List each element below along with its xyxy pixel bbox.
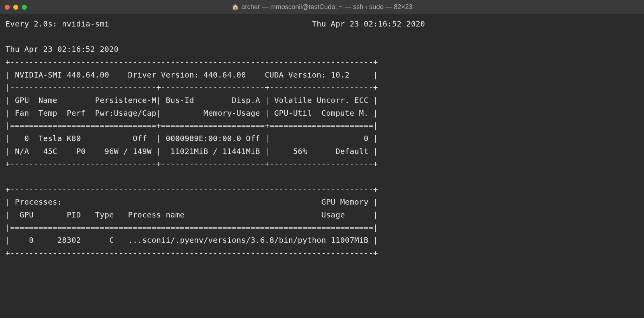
proc-row-mem: 11007MiB xyxy=(331,236,369,245)
gpu-util: 56% xyxy=(293,147,307,156)
hdr-busid: Bus-Id xyxy=(166,96,194,105)
home-icon: 🏠 xyxy=(232,4,239,11)
driver-version: 440.64.00 xyxy=(204,71,246,80)
cuda-version: 10.2 xyxy=(331,71,350,80)
gpu-pwr: 96W / 149W xyxy=(104,147,151,156)
window-titlebar: 🏠 archer — mmosconii@testCuda: ~ — ssh ‹… xyxy=(0,0,644,14)
hdr-persistence: Persistence-M xyxy=(95,96,156,105)
traffic-lights xyxy=(5,5,27,10)
driver-label: Driver Version: xyxy=(128,71,199,80)
gpu-name: Tesla K80 xyxy=(39,134,81,143)
gpu-persistence: Off xyxy=(133,134,147,143)
hdr-dispa: Disp.A xyxy=(232,96,260,105)
watch-header-right: Thu Apr 23 02:16:52 2020 xyxy=(312,19,425,28)
close-button[interactable] xyxy=(5,5,10,10)
hdr-volatile: Volatile Uncorr. ECC xyxy=(274,96,368,105)
cuda-label: CUDA Version: xyxy=(265,71,326,80)
proc-row-type: C xyxy=(109,236,114,245)
minimize-button[interactable] xyxy=(13,5,18,10)
proc-col-name: Process name xyxy=(128,210,185,219)
proc-row-pid: 28302 xyxy=(57,236,81,245)
smi-timestamp: Thu Apr 23 02:16:52 2020 xyxy=(5,45,119,54)
proc-row-name: ...sconii/.pyenv/versions/3.6.8/bin/pyth… xyxy=(128,236,326,245)
hdr-name: Name xyxy=(39,96,57,105)
proc-col-usage: Usage xyxy=(321,210,345,219)
proc-header: Processes: xyxy=(15,198,62,207)
gpu-compute: Default xyxy=(336,147,369,156)
hdr-perf: Perf xyxy=(67,109,85,118)
gpu-fan: N/A xyxy=(15,147,29,156)
gpu-mem: 11021MiB / 11441MiB xyxy=(171,147,260,156)
gpu-temp: 45C xyxy=(43,147,57,156)
proc-row-gpu: 0 xyxy=(29,236,34,245)
gpu-busid: 0000989E:00:00.0 xyxy=(166,134,241,143)
proc-col-gpu: GPU xyxy=(19,210,33,219)
gpu-ecc: 0 xyxy=(364,134,368,143)
hdr-fan: Fan xyxy=(15,109,29,118)
terminal-output[interactable]: Every 2.0s: nvidia-smi Thu Apr 23 02:16:… xyxy=(0,14,644,263)
hdr-compute: Compute M. xyxy=(321,109,368,118)
hdr-pwr: Pwr:Usage/Cap xyxy=(95,109,156,118)
hdr-gpuutil: GPU-Util xyxy=(274,109,312,118)
gpu-perf: P0 xyxy=(76,147,86,156)
smi-version-label: NVIDIA-SMI xyxy=(15,71,62,80)
proc-col-pid: PID xyxy=(67,210,81,219)
maximize-button[interactable] xyxy=(22,5,27,10)
hdr-gpu: GPU xyxy=(15,96,29,105)
gpu-idx: 0 xyxy=(24,134,29,143)
proc-memhdr: GPU Memory xyxy=(321,198,368,207)
window-title: 🏠 archer — mmosconii@testCuda: ~ — ssh ‹… xyxy=(232,3,413,11)
hdr-memusage: Memory-Usage xyxy=(204,109,260,118)
gpu-dispa: Off xyxy=(246,134,260,143)
watch-header-left: Every 2.0s: nvidia-smi xyxy=(5,19,109,28)
smi-version: 440.64.00 xyxy=(67,71,109,80)
title-label: archer — mmosconii@testCuda: ~ — ssh ‹ s… xyxy=(241,3,413,11)
proc-col-type: Type xyxy=(95,210,114,219)
hdr-temp: Temp xyxy=(39,109,57,118)
